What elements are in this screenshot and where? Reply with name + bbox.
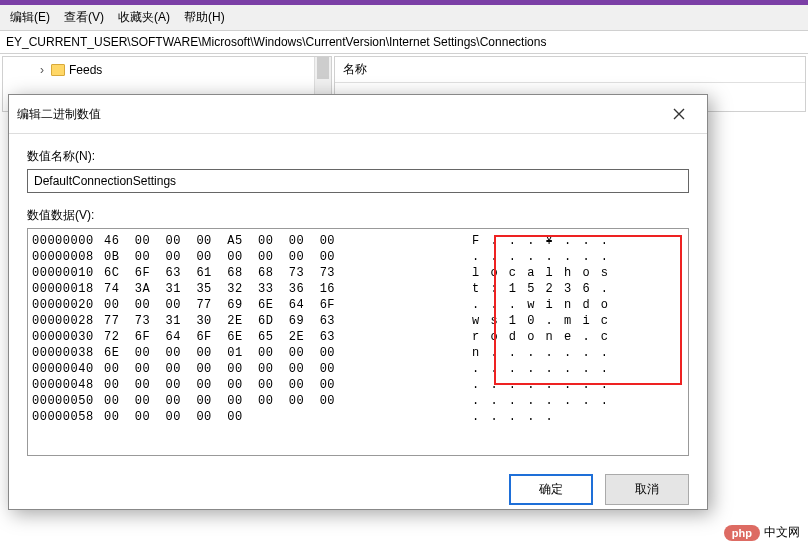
hex-ascii: r o d o n e . c — [472, 329, 684, 345]
hex-row[interactable]: 0000003072 6F 64 6F 6E 65 2E 63r o d o n… — [32, 329, 684, 345]
hex-row[interactable]: 000000386E 00 00 00 01 00 00 00n . . . .… — [32, 345, 684, 361]
hex-row[interactable]: 0000005000 00 00 00 00 00 00 00. . . . .… — [32, 393, 684, 409]
hex-row[interactable]: 0000004800 00 00 00 00 00 00 00. . . . .… — [32, 377, 684, 393]
tree-item-feeds[interactable]: › Feeds — [7, 61, 327, 79]
hex-ascii: n . . . . . . . — [472, 345, 684, 361]
menu-view[interactable]: 查看(V) — [58, 7, 110, 28]
php-text: 中文网 — [764, 524, 800, 541]
hex-offset: 00000008 — [32, 249, 104, 265]
hex-row[interactable]: 0000000046 00 00 00 A5 00 00 00F . . . ¥… — [32, 233, 684, 249]
scrollbar-thumb[interactable] — [317, 57, 329, 79]
hex-offset: 00000020 — [32, 297, 104, 313]
column-header-name[interactable]: 名称 — [335, 57, 805, 83]
hex-ascii: . . . w i n d o — [472, 297, 684, 313]
value-name-label: 数值名称(N): — [27, 148, 689, 165]
hex-bytes[interactable]: 74 3A 31 35 32 33 36 16 — [104, 281, 472, 297]
hex-row[interactable]: 0000002877 73 31 30 2E 6D 69 63w s 1 0 .… — [32, 313, 684, 329]
dialog-title: 编辑二进制数值 — [17, 106, 659, 123]
close-icon — [673, 108, 685, 120]
address-bar[interactable]: EY_CURRENT_USER\SOFTWARE\Microsoft\Windo… — [0, 31, 808, 54]
hex-row[interactable]: 0000002000 00 00 77 69 6E 64 6F. . . w i… — [32, 297, 684, 313]
hex-offset: 00000028 — [32, 313, 104, 329]
hex-ascii: F . . . ¥ . . . — [472, 233, 684, 249]
hex-ascii: . . . . . . . . — [472, 249, 684, 265]
hex-bytes[interactable]: 6C 6F 63 61 68 68 73 73 — [104, 265, 472, 281]
hex-bytes[interactable]: 00 00 00 77 69 6E 64 6F — [104, 297, 472, 313]
hex-offset: 00000000 — [32, 233, 104, 249]
cancel-button[interactable]: 取消 — [605, 474, 689, 505]
hex-offset: 00000048 — [32, 377, 104, 393]
hex-offset: 00000010 — [32, 265, 104, 281]
menu-help[interactable]: 帮助(H) — [178, 7, 231, 28]
menu-edit[interactable]: 编辑(E) — [4, 7, 56, 28]
close-button[interactable] — [659, 101, 699, 127]
hex-bytes[interactable]: 00 00 00 00 00 — [104, 409, 472, 425]
hex-bytes[interactable]: 72 6F 64 6F 6E 65 2E 63 — [104, 329, 472, 345]
value-name-input[interactable] — [27, 169, 689, 193]
hex-offset: 00000018 — [32, 281, 104, 297]
hex-row[interactable]: 000000106C 6F 63 61 68 68 73 73l o c a l… — [32, 265, 684, 281]
dialog-titlebar: 编辑二进制数值 — [9, 95, 707, 134]
hex-ascii: t : 1 5 2 3 6 . — [472, 281, 684, 297]
hex-bytes[interactable]: 0B 00 00 00 00 00 00 00 — [104, 249, 472, 265]
hex-row[interactable]: 0000004000 00 00 00 00 00 00 00. . . . .… — [32, 361, 684, 377]
hex-bytes[interactable]: 00 00 00 00 00 00 00 00 — [104, 361, 472, 377]
php-pill: php — [724, 525, 760, 541]
hex-offset: 00000058 — [32, 409, 104, 425]
dialog-buttons: 确定 取消 — [9, 464, 707, 519]
hex-row[interactable]: 0000001874 3A 31 35 32 33 36 16t : 1 5 2… — [32, 281, 684, 297]
menu-favorites[interactable]: 收藏夹(A) — [112, 7, 176, 28]
hex-ascii: . . . . . . . . — [472, 361, 684, 377]
edit-binary-dialog: 编辑二进制数值 数值名称(N): 数值数据(V): 0000000046 00 … — [8, 94, 708, 510]
hex-offset: 00000030 — [32, 329, 104, 345]
value-data-label: 数值数据(V): — [27, 207, 689, 224]
hex-ascii: . . . . . — [472, 409, 684, 425]
hex-row[interactable]: 000000080B 00 00 00 00 00 00 00. . . . .… — [32, 249, 684, 265]
hex-bytes[interactable]: 77 73 31 30 2E 6D 69 63 — [104, 313, 472, 329]
hex-bytes[interactable]: 00 00 00 00 00 00 00 00 — [104, 393, 472, 409]
hex-bytes[interactable]: 6E 00 00 00 01 00 00 00 — [104, 345, 472, 361]
php-badge: php 中文网 — [724, 524, 800, 541]
tree-item-label: Feeds — [69, 63, 102, 77]
hex-editor[interactable]: 0000000046 00 00 00 A5 00 00 00F . . . ¥… — [27, 228, 689, 456]
hex-ascii: l o c a l h o s — [472, 265, 684, 281]
hex-offset: 00000040 — [32, 361, 104, 377]
hex-offset: 00000050 — [32, 393, 104, 409]
hex-rows: 0000000046 00 00 00 A5 00 00 00F . . . ¥… — [32, 233, 684, 425]
dialog-body: 数值名称(N): 数值数据(V): 0000000046 00 00 00 A5… — [9, 134, 707, 464]
hex-bytes[interactable]: 00 00 00 00 00 00 00 00 — [104, 377, 472, 393]
chevron-right-icon[interactable]: › — [37, 63, 47, 77]
hex-row[interactable]: 0000005800 00 00 00 00. . . . . — [32, 409, 684, 425]
menubar: 编辑(E) 查看(V) 收藏夹(A) 帮助(H) — [0, 5, 808, 31]
ok-button[interactable]: 确定 — [509, 474, 593, 505]
hex-ascii: . . . . . . . . — [472, 393, 684, 409]
folder-icon — [51, 64, 65, 76]
hex-bytes[interactable]: 46 00 00 00 A5 00 00 00 — [104, 233, 472, 249]
hex-ascii: w s 1 0 . m i c — [472, 313, 684, 329]
hex-offset: 00000038 — [32, 345, 104, 361]
hex-ascii: . . . . . . . . — [472, 377, 684, 393]
